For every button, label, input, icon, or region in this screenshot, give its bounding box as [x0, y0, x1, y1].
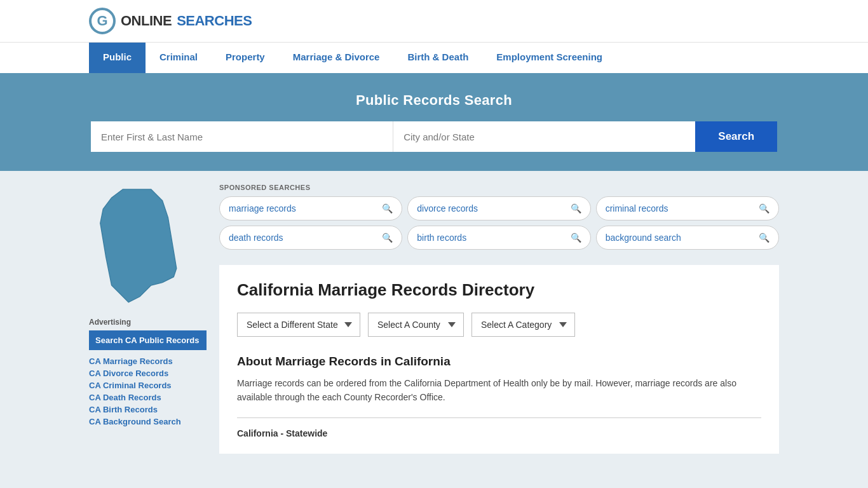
sidebar-link-death[interactable]: CA Death Records — [89, 393, 207, 402]
logo-text-searches: SEARCHES — [177, 13, 252, 29]
main-content: Advertising Search CA Public Records CA … — [0, 171, 868, 466]
search-bar: Search — [91, 121, 777, 152]
nav-item-birth-death[interactable]: Birth & Death — [393, 43, 482, 73]
sponsored-label: SPONSORED SEARCHES — [219, 184, 779, 191]
state-dropdown[interactable]: Select a Different State — [237, 313, 360, 337]
pill-label-background: background search — [606, 233, 681, 243]
pill-background-search[interactable]: background search 🔍 — [596, 226, 779, 250]
nav-item-marriage-divorce[interactable]: Marriage & Divorce — [279, 43, 394, 73]
category-dropdown[interactable]: Select A Category — [471, 313, 575, 337]
dropdowns-row: Select a Different State Select A County… — [237, 313, 761, 337]
nav-item-employment[interactable]: Employment Screening — [482, 43, 616, 73]
search-icon-birth: 🔍 — [571, 233, 581, 243]
pill-death-records[interactable]: death records 🔍 — [219, 226, 402, 250]
directory-section: California Marriage Records Directory Se… — [219, 265, 779, 454]
california-map — [89, 184, 191, 308]
sidebar-link-criminal[interactable]: CA Criminal Records — [89, 381, 207, 390]
about-title: About Marriage Records in California — [237, 355, 761, 369]
county-dropdown[interactable]: Select A County — [368, 313, 464, 337]
search-icon-divorce: 🔍 — [571, 203, 581, 214]
sidebar-link-divorce[interactable]: CA Divorce Records — [89, 369, 207, 378]
location-input[interactable] — [393, 121, 695, 152]
sponsored-pills: marriage records 🔍 divorce records 🔍 cri… — [219, 196, 779, 250]
content-area: SPONSORED SEARCHES marriage records 🔍 di… — [219, 184, 779, 454]
hero-title: Public Records Search — [89, 92, 779, 109]
nav-item-property[interactable]: Property — [212, 43, 279, 73]
hero-section: Public Records Search Search — [0, 73, 868, 171]
sidebar: Advertising Search CA Public Records CA … — [89, 184, 207, 454]
main-nav: Public Criminal Property Marriage & Divo… — [0, 42, 868, 73]
directory-title: California Marriage Records Directory — [237, 280, 761, 300]
logo-text-online: ONLINE — [121, 13, 172, 29]
pill-divorce-records[interactable]: divorce records 🔍 — [407, 196, 590, 220]
search-icon-background: 🔍 — [759, 233, 770, 243]
ad-box[interactable]: Search CA Public Records — [89, 330, 207, 350]
advertising-label: Advertising — [89, 318, 207, 327]
divider — [237, 417, 761, 418]
pill-birth-records[interactable]: birth records 🔍 — [407, 226, 590, 250]
pill-label-birth: birth records — [417, 233, 466, 243]
pill-label-divorce: divorce records — [417, 203, 478, 214]
logo[interactable]: G ONLINESEARCHES — [89, 8, 252, 34]
sidebar-link-birth[interactable]: CA Birth Records — [89, 405, 207, 414]
sidebar-link-background[interactable]: CA Background Search — [89, 417, 207, 426]
pill-criminal-records[interactable]: criminal records 🔍 — [596, 196, 779, 220]
pill-label-criminal: criminal records — [606, 203, 668, 214]
nav-item-criminal[interactable]: Criminal — [146, 43, 212, 73]
pill-label-marriage: marriage records — [229, 203, 296, 214]
sidebar-link-marriage[interactable]: CA Marriage Records — [89, 356, 207, 366]
pill-marriage-records[interactable]: marriage records 🔍 — [219, 196, 402, 220]
search-button[interactable]: Search — [695, 121, 777, 152]
name-input[interactable] — [91, 121, 393, 152]
sidebar-links: CA Marriage Records CA Divorce Records C… — [89, 356, 207, 426]
statewide-label: California - Statewide — [237, 428, 761, 438]
pill-label-death: death records — [229, 233, 283, 243]
search-icon-criminal: 🔍 — [759, 203, 770, 214]
header: G ONLINESEARCHES — [0, 0, 868, 42]
about-text: Marriage records can be ordered from the… — [237, 376, 761, 405]
svg-text:G: G — [97, 13, 107, 29]
logo-icon: G — [89, 8, 116, 34]
nav-item-public[interactable]: Public — [89, 43, 146, 73]
search-icon-death: 🔍 — [382, 233, 393, 243]
search-icon-marriage: 🔍 — [382, 203, 393, 214]
